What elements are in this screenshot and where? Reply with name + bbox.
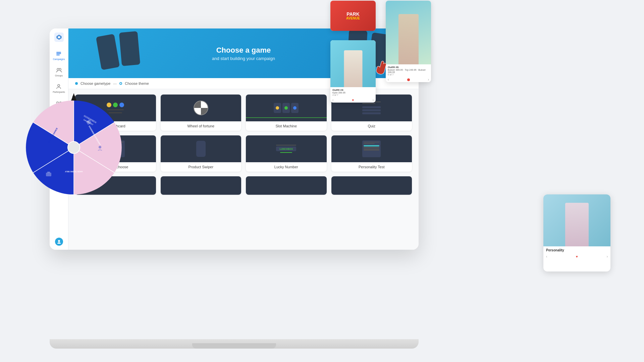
personality-test-label: Personality Test xyxy=(331,162,412,172)
slot-label: Slot Machine xyxy=(246,121,327,131)
sidebar-item-groups[interactable]: Groups xyxy=(55,66,63,77)
svg-point-6 xyxy=(59,68,61,70)
hero-title: Choose a game xyxy=(212,46,275,55)
sidebar-participants-label: Participants xyxy=(53,91,65,93)
groups-icon xyxy=(55,66,63,74)
wheel-mini xyxy=(194,101,208,115)
game-card-personality-test[interactable]: Personality Test xyxy=(331,135,412,172)
laptop-stand xyxy=(192,343,276,349)
campaigns-icon xyxy=(55,50,62,57)
wheel-thumb xyxy=(161,95,241,121)
big-wheel-container: GOODIEBOX GAVEKORT EKSTRA CHANCE xyxy=(23,97,124,198)
game-card-product-swiper[interactable]: Product Swiper xyxy=(161,135,241,172)
wheel-label: Wheel of fortune xyxy=(161,121,241,131)
hero-phone-2 xyxy=(119,31,141,66)
photo-card-3-price: Kjole 399.95 xyxy=(332,92,374,94)
partial-thumb-4 xyxy=(331,176,412,195)
partial-thumb-3 xyxy=(246,176,327,195)
personality-next[interactable]: › xyxy=(607,255,608,258)
big-wheel-svg: GOODIEBOX GAVEKORT EKSTRA CHANCE xyxy=(23,97,124,198)
photo-card-3-heart[interactable]: ♥ xyxy=(352,98,354,102)
step-label-1: Choose gametype xyxy=(80,81,110,85)
personality-heart[interactable]: ♥ xyxy=(576,255,578,258)
hero-phone-1 xyxy=(96,34,120,70)
hero-text: Choose a game and start building your ca… xyxy=(212,46,275,61)
photo-card-1: PARK AVENUE xyxy=(330,1,376,31)
personality-test-thumb xyxy=(331,135,412,162)
personality-card: Personality ‹ ♥ › xyxy=(543,194,610,272)
personality-img xyxy=(543,194,610,246)
wheel-decoration: GOODIEBOX GAVEKORT EKSTRA CHANCE xyxy=(23,97,127,211)
game-card-slot[interactable]: Slot Machine xyxy=(246,95,327,131)
photo-card-3: Outfit #4 Kjole 399.95 4 af 7 ‹ ♥ › xyxy=(330,40,376,103)
svg-point-7 xyxy=(58,84,60,86)
wheel-top-indicator xyxy=(72,96,75,101)
photo-card-3-counter: 4 af 7 xyxy=(332,94,374,96)
personality-actions: ‹ ♥ › xyxy=(543,254,610,259)
photo-card-3-next[interactable]: › xyxy=(373,98,374,102)
svg-text:HACK TIL DIG SELV: HACK TIL DIG SELV xyxy=(65,171,83,173)
quiz-label: Quiz xyxy=(331,121,412,131)
photo-img-1: PARK AVENUE xyxy=(330,1,376,31)
photo-card-3-actions: ‹ ♥ › xyxy=(330,98,376,103)
sidebar-user-avatar[interactable] xyxy=(55,238,63,246)
step-label-2: Choose theme xyxy=(125,81,149,85)
product-swiper-thumb xyxy=(161,135,241,162)
game-card-wheel[interactable]: Wheel of fortune xyxy=(161,95,241,131)
game-card-partial-2[interactable] xyxy=(161,176,241,195)
svg-rect-4 xyxy=(56,55,60,55)
sidebar-campaigns-label: Campaigns xyxy=(53,58,65,60)
photo-img-2 xyxy=(386,1,431,64)
svg-point-5 xyxy=(57,68,59,70)
lucky-number-thumb: LUNCHBOX xyxy=(246,135,327,162)
svg-rect-28 xyxy=(46,173,51,176)
hero-subtitle: and start building your campaign xyxy=(212,56,275,61)
photo-card-3-prev[interactable]: ‹ xyxy=(332,98,333,102)
svg-rect-2 xyxy=(56,52,61,53)
svg-rect-3 xyxy=(56,53,61,54)
lucky-number-label: Lucky Number xyxy=(246,162,327,172)
game-card-partial-4[interactable] xyxy=(331,176,412,195)
svg-point-14 xyxy=(58,240,60,242)
step-dot-2 xyxy=(119,82,122,85)
svg-point-27 xyxy=(99,146,101,148)
sidebar-groups-label: Groups xyxy=(55,74,63,77)
sidebar-item-campaigns[interactable]: Campaigns xyxy=(53,50,65,60)
product-swiper-label: Product Swiper xyxy=(161,162,241,172)
slot-thumb xyxy=(246,95,327,121)
svg-point-21 xyxy=(68,141,80,154)
laptop-base xyxy=(50,339,419,349)
sidebar-item-participants[interactable]: Participants xyxy=(53,83,65,93)
svg-rect-29 xyxy=(47,172,50,173)
personality-prev[interactable]: ‹ xyxy=(546,255,547,258)
step-separator: — xyxy=(113,81,117,85)
participants-icon xyxy=(55,83,62,90)
game-card-lucky-number[interactable]: LUNCHBOX Lucky Number xyxy=(246,135,327,172)
sidebar-logo[interactable] xyxy=(54,33,64,42)
partial-thumb-2 xyxy=(161,176,241,195)
photo-card-3-info: Outfit #4 Kjole 399.95 4 af 7 xyxy=(330,87,376,98)
photo-card-3-title: Outfit #4 xyxy=(332,88,374,92)
personality-info: Personality xyxy=(543,246,610,254)
personality-title: Personality xyxy=(546,248,608,252)
game-card-partial-3[interactable] xyxy=(246,176,327,195)
step-dot-1 xyxy=(75,82,78,85)
photo-img-3 xyxy=(330,40,376,87)
